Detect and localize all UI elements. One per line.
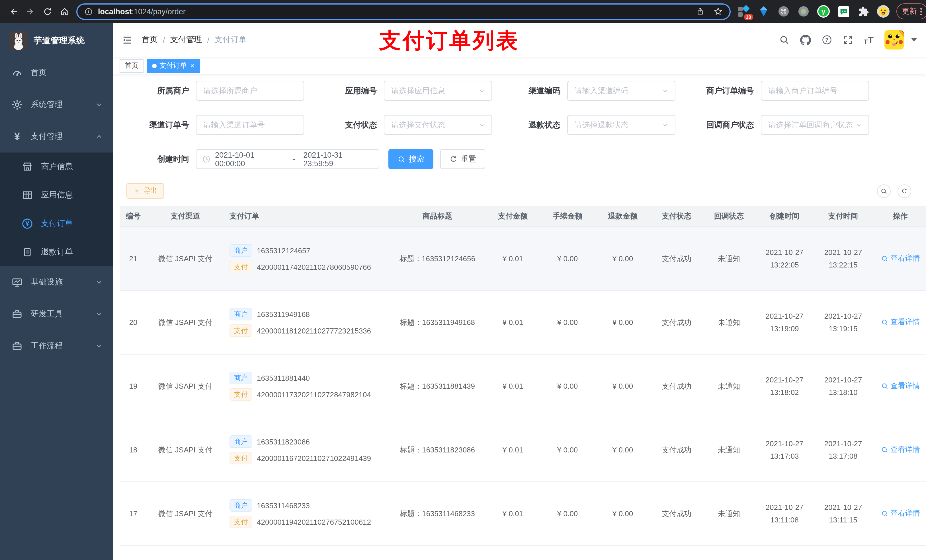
filter-field: 商户订单编号 bbox=[680, 81, 869, 101]
breadcrumb-pay-manage[interactable]: 支付管理 bbox=[170, 35, 202, 45]
y-extension-icon[interactable]: y bbox=[817, 5, 830, 18]
extension-icons: 10 ⌘ y bbox=[737, 5, 890, 18]
browser-reload-button[interactable] bbox=[40, 4, 54, 19]
search-button[interactable]: 搜索 bbox=[388, 149, 433, 169]
sidebar-item-9[interactable]: 工作流程 bbox=[0, 330, 113, 362]
browser-forward-button[interactable] bbox=[23, 4, 38, 19]
font-size-icon[interactable]: TT bbox=[864, 35, 874, 45]
update-label: 更新 bbox=[902, 6, 917, 17]
chevron-down-icon bbox=[661, 121, 669, 129]
pay-badge: 支付 bbox=[230, 388, 252, 401]
view-detail-link[interactable]: 查看详情 bbox=[881, 445, 920, 455]
page-content: 所属商户 应用编号 渠道编码 商户订单编号 渠道订单号 支付状态 bbox=[113, 75, 926, 560]
sidebar-item-label: 应用信息 bbox=[41, 190, 104, 200]
chat-extension-icon[interactable] bbox=[837, 5, 850, 18]
filter-control[interactable] bbox=[384, 115, 492, 135]
show-search-toggle-button[interactable] bbox=[877, 184, 891, 198]
reset-button[interactable]: 重置 bbox=[440, 149, 485, 169]
share-icon[interactable] bbox=[696, 7, 705, 16]
help-icon[interactable]: ? bbox=[822, 35, 832, 45]
filter-label: 支付状态 bbox=[309, 120, 384, 130]
sidebar-item-5[interactable]: 支付订单 bbox=[0, 210, 113, 238]
filter-control[interactable] bbox=[567, 115, 675, 135]
svg-text:?: ? bbox=[825, 37, 829, 43]
table-row: 17 微信 JSAPI 支付 商户1635311468233 支付4200001… bbox=[120, 482, 926, 545]
dot-extension-icon[interactable] bbox=[797, 5, 810, 18]
cell-id bbox=[120, 545, 147, 560]
filter-control[interactable] bbox=[761, 115, 869, 135]
filter-input[interactable] bbox=[767, 86, 863, 96]
sidebar-item-0[interactable]: 首页 bbox=[0, 57, 113, 89]
column-header: 编号 bbox=[120, 206, 147, 227]
user-avatar[interactable] bbox=[884, 30, 904, 50]
app-logo[interactable]: 芋道管理系统 bbox=[0, 23, 113, 54]
filter-input[interactable] bbox=[390, 120, 478, 130]
sidebar-item-4[interactable]: 应用信息 bbox=[0, 181, 113, 210]
merchant-order-no: 1635311468233 bbox=[257, 501, 310, 510]
cell-id: 21 bbox=[120, 227, 147, 291]
sidebar-item-label: 系统管理 bbox=[31, 100, 95, 110]
close-tab-icon[interactable]: × bbox=[190, 62, 195, 69]
gem-extension-icon[interactable] bbox=[757, 5, 770, 18]
sidebar-item-6[interactable]: 退款订单 bbox=[0, 238, 113, 266]
bookmark-star-icon[interactable] bbox=[714, 7, 723, 16]
browser-update-button[interactable]: 更新 bbox=[896, 3, 926, 20]
cell-pay-order: 商户1635311881440 支付4200001173202110272847… bbox=[224, 354, 389, 418]
puzzle-extensions-icon[interactable] bbox=[857, 5, 870, 18]
view-detail-link[interactable]: 查看详情 bbox=[881, 254, 920, 264]
view-detail-link[interactable]: 查看详情 bbox=[881, 509, 920, 519]
cell-create-time: 2021-10-2713:22:05 bbox=[755, 227, 814, 291]
breadcrumb-separator: / bbox=[163, 35, 165, 44]
view-detail-link[interactable]: 查看详情 bbox=[881, 381, 920, 391]
sidebar-item-7[interactable]: 基础设施 bbox=[0, 266, 113, 298]
workflow-extension-icon[interactable]: 10 bbox=[737, 5, 750, 18]
site-info-icon[interactable] bbox=[84, 7, 93, 16]
fullscreen-icon[interactable] bbox=[843, 35, 853, 45]
menu-icon bbox=[11, 308, 23, 320]
tab-home[interactable]: 首页 bbox=[120, 59, 144, 72]
app-title: 芋道管理系统 bbox=[33, 35, 85, 46]
filter-input[interactable] bbox=[573, 120, 661, 130]
filter-control[interactable] bbox=[567, 81, 675, 101]
sidebar-item-2[interactable]: 支付管理 bbox=[0, 121, 113, 152]
command-extension-icon[interactable]: ⌘ bbox=[777, 5, 790, 18]
browser-home-button[interactable] bbox=[57, 4, 72, 19]
view-detail-link[interactable]: 查看详情 bbox=[881, 317, 920, 328]
sidebar-item-1[interactable]: 系统管理 bbox=[0, 89, 113, 121]
column-header: 支付状态 bbox=[651, 206, 703, 227]
filter-input[interactable] bbox=[202, 120, 298, 130]
filter-control[interactable] bbox=[196, 115, 304, 135]
filter-input[interactable] bbox=[573, 86, 661, 96]
filter-input[interactable] bbox=[202, 86, 298, 96]
refresh-table-button[interactable] bbox=[897, 184, 911, 198]
merchant-badge: 商户 bbox=[230, 371, 252, 384]
chevron-down-icon bbox=[478, 87, 486, 95]
filter-input[interactable] bbox=[390, 86, 478, 96]
header-search-icon[interactable] bbox=[779, 35, 789, 45]
filter-control[interactable] bbox=[384, 81, 492, 101]
filter-control[interactable] bbox=[196, 81, 304, 101]
github-icon[interactable] bbox=[800, 35, 811, 45]
create-time-range-picker[interactable]: 2021-10-01 00:00:00 - 2021-10-31 23:59:5… bbox=[196, 149, 379, 169]
cell-refund: ¥ 0.00 bbox=[595, 418, 651, 482]
filter-input[interactable] bbox=[767, 120, 855, 130]
extension-badge: 10 bbox=[744, 14, 753, 20]
browser-menu-icon[interactable] bbox=[920, 8, 922, 15]
cell-fee: ¥ 0.00 bbox=[540, 291, 595, 354]
table-row: 20 微信 JSAPI 支付 商户1635311949168 支付4200001… bbox=[120, 291, 926, 354]
export-button[interactable]: 导出 bbox=[126, 183, 164, 199]
orders-table: 编号支付渠道支付订单商品标题支付金额手续金额退款金额支付状态回调状态创建时间支付… bbox=[126, 206, 926, 560]
sidebar-collapse-icon[interactable] bbox=[122, 35, 133, 45]
filter-control[interactable] bbox=[761, 81, 869, 101]
chevron-down-icon[interactable] bbox=[911, 38, 917, 42]
sidebar-item-8[interactable]: 研发工具 bbox=[0, 298, 113, 330]
emoji-profile-icon[interactable] bbox=[877, 5, 890, 18]
address-bar[interactable]: localhost:1024/pay/order bbox=[76, 3, 731, 20]
cell-create-time: 2021-10-2713:11:08 bbox=[755, 482, 814, 545]
browser-back-button[interactable] bbox=[6, 4, 21, 19]
breadcrumb-home[interactable]: 首页 bbox=[142, 35, 158, 45]
tab-pay-order[interactable]: 支付订单 × bbox=[147, 59, 200, 72]
cell-title: 标题：1635311823086 bbox=[389, 418, 486, 482]
sidebar-item-label: 退款订单 bbox=[41, 247, 104, 257]
sidebar-item-3[interactable]: 商户信息 bbox=[0, 152, 113, 181]
